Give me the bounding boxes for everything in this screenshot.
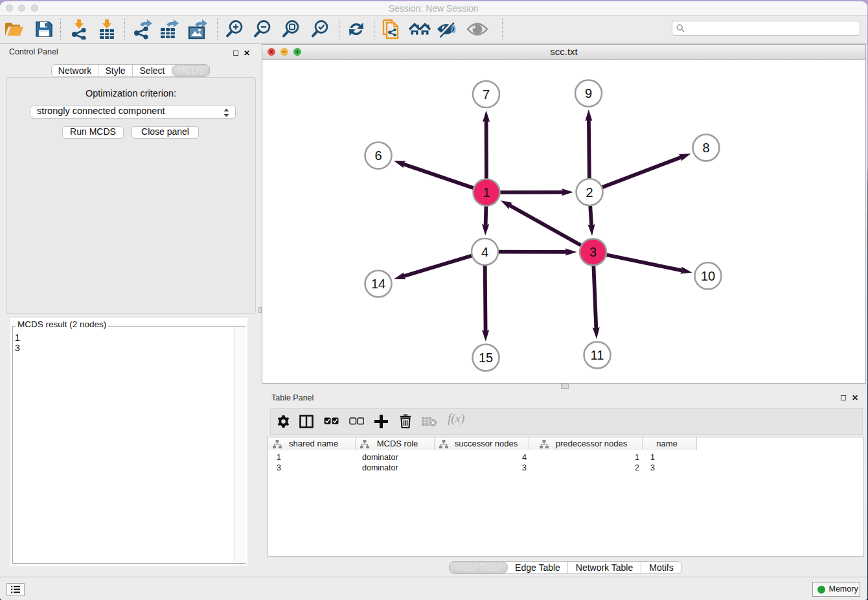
svg-text:7: 7 [483, 87, 490, 102]
svg-text:8: 8 [702, 141, 709, 155]
svg-text:10: 10 [701, 269, 715, 283]
svg-text:15: 15 [479, 351, 493, 365]
svg-text:4: 4 [481, 245, 488, 259]
svg-text:11: 11 [591, 348, 604, 362]
svg-text:2: 2 [586, 185, 593, 200]
svg-text:1: 1 [483, 185, 490, 200]
svg-text:9: 9 [585, 86, 592, 100]
svg-text:3: 3 [589, 245, 597, 259]
svg-text:14: 14 [371, 277, 385, 291]
svg-text:6: 6 [374, 148, 382, 163]
